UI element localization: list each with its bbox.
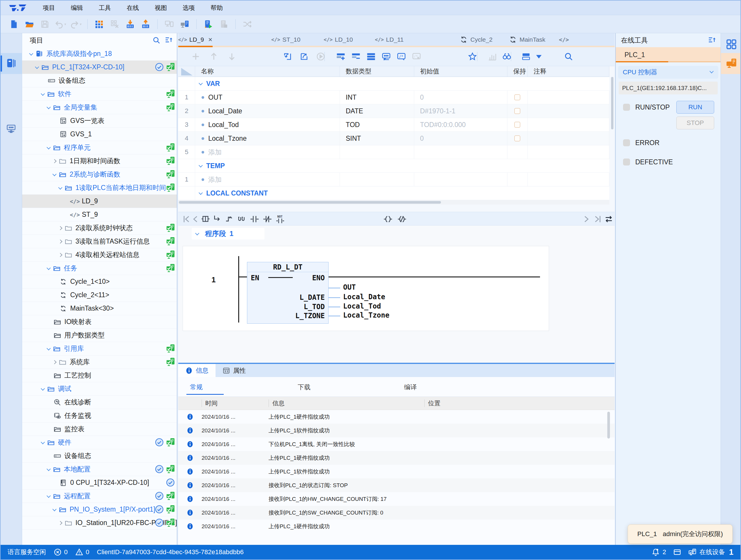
- expand-icon[interactable]: [58, 239, 62, 243]
- cpu-controller-section[interactable]: CPU 控制器: [618, 66, 718, 79]
- log-row[interactable]: 2024/10/16 ...接收到PLC_1的HW_CHANGE_COUNT订阅…: [178, 492, 615, 506]
- chart-button[interactable]: [486, 50, 498, 63]
- tree-item[interactable]: 软件: [22, 87, 177, 101]
- move-down-button[interactable]: [226, 50, 238, 63]
- tree-item[interactable]: </>ST_9: [22, 208, 177, 222]
- variable-group-row[interactable]: LOCAL CONSTANT: [178, 186, 609, 200]
- tab-LD_11[interactable]: </>LD_11: [366, 33, 413, 46]
- export-button[interactable]: [298, 50, 310, 63]
- new-project-button[interactable]: [8, 18, 20, 30]
- retain-checkbox[interactable]: [515, 95, 520, 100]
- redo-button[interactable]: ▾: [70, 18, 81, 30]
- log-row[interactable]: 2024/10/16 ...接收到PLC_1的状态订阅: STOP: [178, 479, 615, 492]
- upload-from-plc-button[interactable]: [140, 18, 151, 30]
- connect-device-button[interactable]: [179, 18, 191, 30]
- collapse-icon[interactable]: [29, 51, 33, 55]
- tree-item[interactable]: 任务: [22, 262, 177, 275]
- retain-checkbox[interactable]: [515, 122, 520, 128]
- tree-item[interactable]: 远程配置: [22, 490, 177, 503]
- tree-item[interactable]: 4读取相关远程站信息: [22, 248, 177, 262]
- tree-item[interactable]: 监控表: [22, 423, 177, 436]
- subtab-常规[interactable]: 常规: [190, 383, 203, 391]
- tree-item[interactable]: 全局变量集: [22, 101, 177, 114]
- variable-row[interactable]: 1 添加: [178, 173, 609, 186]
- window-icon[interactable]: [673, 548, 681, 556]
- device-selector[interactable]: PLC_1(GE1:192.168.137.18)C...: [619, 81, 718, 95]
- compile-button[interactable]: [93, 18, 105, 30]
- execute-button[interactable]: [315, 50, 327, 63]
- log-row[interactable]: 2024/10/16 ...下位机PLC_1离线, 关闭一致性比较: [178, 437, 615, 451]
- delete-row-button[interactable]: [350, 50, 362, 63]
- collapse-icon[interactable]: [53, 172, 57, 176]
- connect-network-button[interactable]: [163, 18, 175, 30]
- variable-row[interactable]: 2 Local_Date DATE D#1970-1-1: [178, 104, 609, 118]
- go-offline-button[interactable]: [218, 18, 229, 30]
- tree-item[interactable]: 设备组态: [22, 74, 177, 87]
- select-rows-button[interactable]: [365, 50, 377, 63]
- expand-icon[interactable]: [53, 360, 57, 364]
- bell-icon[interactable]: [652, 548, 660, 556]
- variable-row[interactable]: 4 Local_Tzone SINT 0: [178, 132, 609, 145]
- tab-overflow-icon[interactable]: </>: [560, 36, 568, 44]
- tree-item[interactable]: 工艺控制: [22, 369, 177, 382]
- insert-block-button[interactable]: [200, 213, 211, 226]
- split-view-button[interactable]: [520, 50, 532, 63]
- collapse-icon[interactable]: [47, 266, 51, 270]
- menu-选项[interactable]: 选项: [175, 1, 203, 15]
- toggle-direction-button[interactable]: [603, 213, 615, 226]
- coil-button[interactable]: [382, 213, 394, 226]
- expand-icon[interactable]: [53, 159, 57, 163]
- tab-Cycle_2[interactable]: Cycle_2: [451, 33, 501, 46]
- subtab-编译[interactable]: 编译: [404, 383, 417, 391]
- retain-checkbox[interactable]: [515, 135, 520, 141]
- menu-工具[interactable]: 工具: [91, 1, 119, 15]
- collapse-icon[interactable]: [53, 507, 57, 511]
- tree-item[interactable]: IO映射表: [22, 315, 177, 329]
- operand-label[interactable]: Local_Date: [343, 293, 385, 301]
- vertical-scrollbar[interactable]: [611, 77, 613, 129]
- tree-item[interactable]: 程序单元: [22, 141, 177, 154]
- insert-branch-button[interactable]: [211, 213, 223, 226]
- insert-segment-button[interactable]: [236, 213, 248, 226]
- log-scrollbar[interactable]: [607, 412, 610, 438]
- tree-item[interactable]: 1日期和时间函数: [22, 154, 177, 168]
- expand-icon[interactable]: [58, 521, 62, 525]
- network-header[interactable]: 程序段 1: [192, 228, 265, 240]
- split-options-button[interactable]: [533, 50, 545, 63]
- collapse-icon[interactable]: [47, 346, 51, 350]
- add-variable-button[interactable]: [190, 50, 202, 63]
- remove-block-comment-button[interactable]: /*: [411, 50, 422, 63]
- log-column-时间[interactable]: 时间: [202, 399, 269, 407]
- tree-item[interactable]: GVS_1: [22, 128, 177, 141]
- tree-item[interactable]: 在线诊断: [22, 396, 177, 409]
- menu-项目[interactable]: 项目: [35, 1, 63, 15]
- tree-item[interactable]: IO_Station_1[UR20-FBC-PN-IR...]: [22, 516, 177, 530]
- expand-icon[interactable]: [58, 253, 62, 257]
- collapse-icon[interactable]: [47, 145, 51, 149]
- open-project-button[interactable]: [23, 18, 35, 30]
- collapse-icon[interactable]: [47, 467, 51, 471]
- warnings-icon[interactable]: [75, 548, 83, 556]
- tree-item[interactable]: </>LD_9: [22, 195, 177, 208]
- function-block[interactable]: RD_L_DT EN ENO L_DATEL_TODL_TZONE: [247, 262, 329, 324]
- stop-button[interactable]: STOP: [676, 117, 714, 129]
- tree-item[interactable]: 2系统与诊断函数: [22, 168, 177, 181]
- menu-编辑[interactable]: 编辑: [63, 1, 91, 15]
- tree-item[interactable]: 硬件: [22, 436, 177, 449]
- collapse-icon[interactable]: [35, 65, 39, 69]
- ladder-network-canvas[interactable]: 1 RD_L_DT EN ENO L_DATEL_TODL_TZONE OUTL…: [183, 246, 549, 331]
- operand-label[interactable]: Local_Tod: [343, 302, 381, 310]
- tree-item[interactable]: 系统库: [22, 356, 177, 369]
- online-devices-label[interactable]: 在线设备: [699, 548, 725, 557]
- search-button[interactable]: [563, 50, 575, 63]
- collapse-icon[interactable]: [41, 386, 45, 390]
- collapse-icon[interactable]: [41, 440, 45, 444]
- collapse-icon[interactable]: [58, 185, 62, 189]
- close-icon[interactable]: ×: [208, 36, 212, 44]
- tree-item[interactable]: 1读取PLC当前本地日期和时间: [22, 181, 177, 195]
- go-last-button[interactable]: [592, 213, 604, 226]
- log-column-信息[interactable]: 信息: [269, 399, 424, 407]
- variable-row[interactable]: 5 添加: [178, 145, 609, 159]
- go-online-button[interactable]: [202, 18, 214, 30]
- network-view-button[interactable]: [1, 118, 22, 139]
